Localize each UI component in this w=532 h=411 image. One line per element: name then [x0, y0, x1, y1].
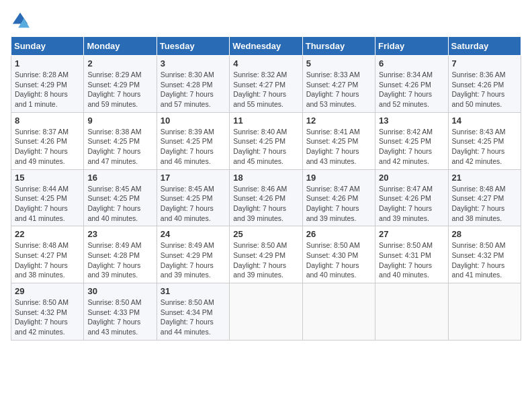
day-detail: Sunrise: 8:45 AMSunset: 4:25 PMDaylight:… [161, 184, 226, 224]
day-number: 22 [15, 229, 80, 239]
day-number: 28 [452, 229, 517, 239]
calendar-cell: 6Sunrise: 8:34 AMSunset: 4:26 PMDaylight… [375, 56, 448, 113]
calendar-cell: 26Sunrise: 8:50 AMSunset: 4:30 PMDayligh… [302, 226, 375, 283]
day-detail: Sunrise: 8:50 AMSunset: 4:32 PMDaylight:… [452, 240, 517, 280]
calendar-header-sunday: Sunday [11, 37, 84, 56]
day-detail: Sunrise: 8:30 AMSunset: 4:28 PMDaylight:… [161, 70, 226, 109]
day-number: 5 [306, 58, 371, 68]
day-detail: Sunrise: 8:43 AMSunset: 4:25 PMDaylight:… [452, 127, 517, 167]
day-detail: Sunrise: 8:36 AMSunset: 4:26 PMDaylight:… [452, 70, 517, 109]
calendar-header-row: SundayMondayTuesdayWednesdayThursdayFrid… [11, 37, 521, 56]
calendar-week-row: 8Sunrise: 8:37 AMSunset: 4:26 PMDaylight… [11, 112, 521, 169]
day-detail: Sunrise: 8:48 AMSunset: 4:27 PMDaylight:… [452, 184, 517, 224]
day-detail: Sunrise: 8:38 AMSunset: 4:25 PMDaylight:… [87, 127, 152, 167]
day-detail: Sunrise: 8:41 AMSunset: 4:25 PMDaylight:… [306, 127, 371, 167]
calendar-week-row: 15Sunrise: 8:44 AMSunset: 4:25 PMDayligh… [11, 169, 521, 226]
calendar-header-tuesday: Tuesday [157, 37, 229, 56]
calendar-cell: 13Sunrise: 8:42 AMSunset: 4:25 PMDayligh… [375, 112, 448, 169]
calendar-cell: 1Sunrise: 8:28 AMSunset: 4:29 PMDaylight… [11, 56, 84, 113]
calendar-header-monday: Monday [84, 37, 157, 56]
logo [11, 11, 32, 30]
day-detail: Sunrise: 8:28 AMSunset: 4:29 PMDaylight:… [15, 70, 80, 109]
day-number: 12 [306, 116, 371, 126]
day-number: 26 [306, 229, 371, 239]
day-number: 9 [87, 116, 152, 126]
day-number: 11 [233, 116, 298, 126]
calendar-cell: 24Sunrise: 8:49 AMSunset: 4:29 PMDayligh… [157, 226, 229, 283]
calendar-cell: 8Sunrise: 8:37 AMSunset: 4:26 PMDaylight… [11, 112, 84, 169]
calendar-cell: 29Sunrise: 8:50 AMSunset: 4:32 PMDayligh… [11, 283, 84, 340]
calendar-cell [375, 283, 448, 340]
day-detail: Sunrise: 8:50 AMSunset: 4:31 PMDaylight:… [379, 240, 444, 280]
calendar-cell: 16Sunrise: 8:45 AMSunset: 4:25 PMDayligh… [84, 169, 157, 226]
day-number: 1 [15, 58, 80, 68]
day-detail: Sunrise: 8:34 AMSunset: 4:26 PMDaylight:… [379, 70, 444, 109]
day-number: 19 [306, 173, 371, 183]
day-detail: Sunrise: 8:50 AMSunset: 4:32 PMDaylight:… [15, 298, 80, 337]
day-detail: Sunrise: 8:45 AMSunset: 4:25 PMDaylight:… [87, 184, 152, 224]
calendar-cell: 28Sunrise: 8:50 AMSunset: 4:32 PMDayligh… [448, 226, 521, 283]
day-detail: Sunrise: 8:47 AMSunset: 4:26 PMDaylight:… [379, 184, 444, 224]
day-detail: Sunrise: 8:49 AMSunset: 4:29 PMDaylight:… [161, 240, 226, 280]
calendar-cell: 23Sunrise: 8:49 AMSunset: 4:28 PMDayligh… [84, 226, 157, 283]
calendar-week-row: 1Sunrise: 8:28 AMSunset: 4:29 PMDaylight… [11, 56, 521, 113]
calendar-cell: 20Sunrise: 8:47 AMSunset: 4:26 PMDayligh… [375, 169, 448, 226]
day-detail: Sunrise: 8:29 AMSunset: 4:29 PMDaylight:… [87, 70, 152, 109]
day-detail: Sunrise: 8:49 AMSunset: 4:28 PMDaylight:… [87, 240, 152, 280]
calendar-cell: 3Sunrise: 8:30 AMSunset: 4:28 PMDaylight… [157, 56, 229, 113]
calendar-cell: 21Sunrise: 8:48 AMSunset: 4:27 PMDayligh… [448, 169, 521, 226]
page-header [11, 11, 521, 30]
day-number: 18 [233, 173, 298, 183]
day-number: 13 [379, 116, 444, 126]
day-number: 29 [15, 286, 80, 296]
calendar-cell [302, 283, 375, 340]
day-detail: Sunrise: 8:33 AMSunset: 4:27 PMDaylight:… [306, 70, 371, 109]
calendar-cell: 25Sunrise: 8:50 AMSunset: 4:29 PMDayligh… [230, 226, 302, 283]
day-number: 2 [87, 58, 152, 68]
calendar-cell: 22Sunrise: 8:48 AMSunset: 4:27 PMDayligh… [11, 226, 84, 283]
day-detail: Sunrise: 8:32 AMSunset: 4:27 PMDaylight:… [233, 70, 298, 109]
day-detail: Sunrise: 8:44 AMSunset: 4:25 PMDaylight:… [15, 184, 80, 224]
calendar-week-row: 22Sunrise: 8:48 AMSunset: 4:27 PMDayligh… [11, 226, 521, 283]
day-number: 6 [379, 58, 444, 68]
day-number: 30 [87, 286, 152, 296]
day-detail: Sunrise: 8:37 AMSunset: 4:26 PMDaylight:… [15, 127, 80, 167]
calendar-cell: 18Sunrise: 8:46 AMSunset: 4:26 PMDayligh… [230, 169, 302, 226]
calendar-table: SundayMondayTuesdayWednesdayThursdayFrid… [11, 36, 521, 340]
day-detail: Sunrise: 8:50 AMSunset: 4:30 PMDaylight:… [306, 240, 371, 280]
day-number: 10 [161, 116, 226, 126]
calendar-header-wednesday: Wednesday [230, 37, 302, 56]
calendar-cell: 10Sunrise: 8:39 AMSunset: 4:25 PMDayligh… [157, 112, 229, 169]
day-number: 3 [161, 58, 226, 68]
calendar-cell: 30Sunrise: 8:50 AMSunset: 4:33 PMDayligh… [84, 283, 157, 340]
day-detail: Sunrise: 8:50 AMSunset: 4:33 PMDaylight:… [87, 298, 152, 337]
day-detail: Sunrise: 8:42 AMSunset: 4:25 PMDaylight:… [379, 127, 444, 167]
calendar-header-saturday: Saturday [448, 37, 521, 56]
calendar-cell: 5Sunrise: 8:33 AMSunset: 4:27 PMDaylight… [302, 56, 375, 113]
day-detail: Sunrise: 8:50 AMSunset: 4:29 PMDaylight:… [233, 240, 298, 280]
day-number: 27 [379, 229, 444, 239]
day-number: 14 [452, 116, 517, 126]
calendar-cell [230, 283, 302, 340]
day-number: 7 [452, 58, 517, 68]
day-detail: Sunrise: 8:40 AMSunset: 4:25 PMDaylight:… [233, 127, 298, 167]
day-detail: Sunrise: 8:48 AMSunset: 4:27 PMDaylight:… [15, 240, 80, 280]
day-number: 8 [15, 116, 80, 126]
day-detail: Sunrise: 8:50 AMSunset: 4:34 PMDaylight:… [161, 298, 226, 337]
calendar-cell: 31Sunrise: 8:50 AMSunset: 4:34 PMDayligh… [157, 283, 229, 340]
calendar-cell: 27Sunrise: 8:50 AMSunset: 4:31 PMDayligh… [375, 226, 448, 283]
day-number: 16 [87, 173, 152, 183]
day-detail: Sunrise: 8:46 AMSunset: 4:26 PMDaylight:… [233, 184, 298, 224]
calendar-cell: 15Sunrise: 8:44 AMSunset: 4:25 PMDayligh… [11, 169, 84, 226]
calendar-cell [448, 283, 521, 340]
calendar-week-row: 29Sunrise: 8:50 AMSunset: 4:32 PMDayligh… [11, 283, 521, 340]
day-number: 21 [452, 173, 517, 183]
calendar-cell: 11Sunrise: 8:40 AMSunset: 4:25 PMDayligh… [230, 112, 302, 169]
calendar-cell: 12Sunrise: 8:41 AMSunset: 4:25 PMDayligh… [302, 112, 375, 169]
day-number: 31 [161, 286, 226, 296]
day-number: 25 [233, 229, 298, 239]
calendar-cell: 2Sunrise: 8:29 AMSunset: 4:29 PMDaylight… [84, 56, 157, 113]
calendar-cell: 7Sunrise: 8:36 AMSunset: 4:26 PMDaylight… [448, 56, 521, 113]
calendar-cell: 4Sunrise: 8:32 AMSunset: 4:27 PMDaylight… [230, 56, 302, 113]
day-number: 23 [87, 229, 152, 239]
